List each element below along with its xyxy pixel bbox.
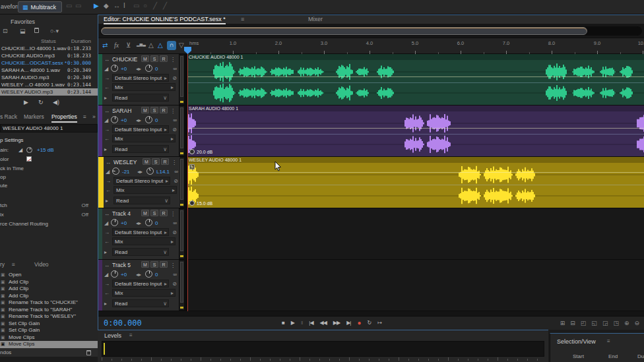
marquee-tool-icon[interactable]: ▭ [133, 2, 139, 9]
loop-row[interactable]: op [0, 174, 98, 180]
volume-value[interactable]: +0 [121, 66, 127, 72]
audio-clip[interactable]: SARAH AUDIO 48000 120.0 dB [187, 106, 644, 156]
paintbrush-tool-icon[interactable]: ╱ [153, 2, 157, 9]
skip-selection-button[interactable]: ↦ [377, 320, 381, 326]
track-menu-icon[interactable]: ⋮ [170, 211, 176, 217]
history-item[interactable]: ▣Move Clips [0, 334, 98, 342]
input-select[interactable]: Default Stereo Input▸ [113, 177, 170, 185]
history-item[interactable]: ▣Add Clip [0, 279, 98, 286]
output-select[interactable]: Mix▸ [112, 237, 176, 245]
track-menu-icon[interactable]: ⋮ [170, 108, 176, 114]
metering-icon[interactable]: ▂▅▃ [137, 42, 146, 46]
track-scrollbar[interactable] [179, 55, 184, 104]
monitor-off-icon[interactable]: ⊘ [172, 229, 177, 235]
snap-toggle-button[interactable]: ∩ [167, 41, 176, 50]
tab-history[interactable]: ry [0, 261, 5, 268]
file-row[interactable]: CHUCKIE...ODCAST.sesx *0:30.000 [0, 59, 98, 67]
razor-tool-icon[interactable]: ◆ [104, 2, 109, 9]
source-channel-routing-row[interactable]: rce Channel Routing [0, 221, 98, 227]
track-content[interactable]: CHUCKIE AUDIO 48000 1 [187, 54, 644, 105]
zoom-to-outpoint-button[interactable]: ◳ [613, 320, 619, 326]
pan-value[interactable]: 0 [155, 272, 158, 278]
track-name[interactable]: WESLEY [113, 159, 137, 166]
lasso-tool-icon[interactable]: ○ [143, 2, 147, 9]
editor-panel-menu-icon[interactable]: ≡ [241, 16, 244, 22]
pan-knob[interactable] [145, 65, 152, 72]
history-item[interactable]: ▣Rename Track to "CHUCKIE" [0, 299, 98, 307]
track-name[interactable]: Track 5 [112, 262, 131, 268]
file-row[interactable]: CHUCKIE AUDIO.mp30:18.233 [0, 52, 98, 59]
solo-button[interactable]: S [150, 210, 158, 216]
track-name[interactable]: SARAH [112, 107, 131, 114]
pan-value[interactable]: 0 [155, 117, 158, 123]
tab-properties[interactable]: Properties [51, 113, 77, 123]
crossfade-icon[interactable]: ⇄ [102, 42, 108, 49]
audio-clip[interactable]: WESLEY AUDIO 48000 1✎15.0 dB [187, 157, 644, 208]
expand-icon[interactable]: ▸ [104, 301, 107, 307]
timeline-ruler[interactable]: hms 1.02.03.04.05.06.07.08.09.010.0 [187, 38, 644, 54]
mute-button[interactable]: M [141, 261, 149, 268]
tab-video[interactable]: Video [34, 261, 49, 268]
zoom-out-time-button[interactable]: ⊟ [570, 320, 575, 326]
more-panels-icon[interactable]: » [92, 113, 96, 120]
arm-button[interactable]: R [160, 55, 168, 62]
color-swatch[interactable] [26, 156, 32, 162]
volume-knob[interactable] [112, 167, 119, 175]
tab-markers[interactable]: Markers [24, 113, 44, 120]
tab-effects-rack[interactable]: s Rack [0, 113, 17, 120]
monitor-off-icon[interactable]: ⊘ [172, 281, 177, 287]
pan-envelope-line[interactable] [187, 185, 644, 185]
output-select[interactable]: Mix▸ [112, 83, 176, 91]
history-item[interactable]: ▣Add Clip [0, 286, 98, 293]
toolbar-group-icon[interactable]: ▭ [66, 2, 72, 9]
input-select[interactable]: Default Stereo Input▸ [112, 125, 169, 133]
mute-button[interactable]: M [141, 210, 149, 216]
monitor-off-icon[interactable]: ⊘ [174, 178, 178, 184]
mute-row[interactable]: ute [0, 183, 98, 189]
zoom-out-amplitude-button[interactable]: ◱ [591, 320, 597, 326]
track-name[interactable]: Track 4 [112, 210, 131, 217]
volume-envelope-line[interactable] [187, 172, 644, 173]
solo-button[interactable]: S [150, 55, 158, 62]
track-content[interactable]: WESLEY AUDIO 48000 1✎15.0 dB [187, 157, 644, 208]
volume-value[interactable]: +0 [121, 117, 127, 123]
history-item[interactable]: ▣Move Clips [0, 341, 98, 348]
solo-button[interactable]: S [150, 261, 158, 268]
track-scrollbar[interactable] [179, 260, 184, 310]
input-select[interactable]: Default Stereo Input▸ [112, 280, 169, 287]
track-content[interactable] [187, 208, 644, 259]
duration-column-header[interactable]: Duration [71, 38, 91, 44]
output-select[interactable]: Mix▸ [112, 289, 176, 297]
track-menu-icon[interactable]: ⋮ [170, 262, 176, 268]
file-row[interactable]: WESLEY AUDIO.mp30:23.144 [0, 88, 98, 96]
arm-button[interactable]: R [161, 158, 169, 165]
automation-mode-select[interactable]: Read∨ [112, 248, 169, 256]
arm-button[interactable]: R [160, 107, 168, 113]
new-item-icon[interactable]: ⊡ [3, 28, 8, 34]
automation-mode-select[interactable]: Read∨ [112, 299, 169, 307]
volume-value[interactable]: +0 [121, 220, 127, 226]
track-menu-icon[interactable]: ⋮ [170, 57, 176, 63]
input-select[interactable]: Default Stereo Input▸ [112, 228, 169, 236]
panel-menu-icon[interactable]: ≡ [83, 113, 86, 120]
solo-button[interactable]: S [150, 107, 158, 113]
loop-playback-button[interactable]: ↻ [367, 320, 371, 326]
pan-value[interactable]: 0 [155, 66, 158, 72]
rewind-button[interactable]: ◀◀ [320, 320, 327, 326]
fx-icon[interactable]: fx [114, 42, 119, 49]
arm-button[interactable]: R [160, 210, 168, 216]
history-item[interactable]: ▣Set Clip Gain [0, 327, 98, 334]
volume-value[interactable]: +0 [121, 272, 127, 278]
import-icon[interactable]: ⬓ [20, 28, 26, 34]
pan-knob[interactable] [146, 167, 154, 175]
solo-button[interactable]: S [152, 158, 160, 165]
track-scrollbar-thumb[interactable] [180, 262, 183, 303]
track-scrollbar-thumb[interactable] [180, 210, 183, 251]
history-item[interactable]: ▣Set Clip Gain [0, 320, 98, 328]
filter-icon[interactable]: ▽ [179, 42, 184, 49]
pan-envelope-line[interactable] [187, 134, 644, 135]
automation-mode-select[interactable]: Read∨ [112, 94, 169, 102]
track-scrollbar-thumb[interactable] [180, 56, 183, 97]
pan-value[interactable]: L14.1 [156, 169, 170, 175]
zoom-to-selection-button[interactable]: ⊕ [624, 320, 629, 326]
